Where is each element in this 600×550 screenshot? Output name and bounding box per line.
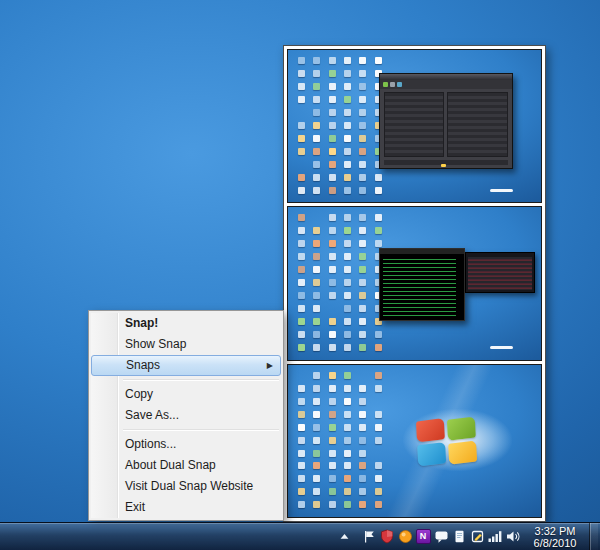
tray-onenote-icon[interactable]: N (414, 528, 432, 546)
desktop-icon (359, 488, 366, 495)
menu-item-visit-dual-snap-website[interactable]: Visit Dual Snap Website (91, 476, 281, 497)
logo-pane-green (446, 417, 474, 441)
tray-flag-icon[interactable] (360, 528, 378, 546)
desktop-icon (329, 292, 336, 299)
desktop-icon (344, 214, 351, 221)
tray-volume-icon[interactable] (504, 528, 522, 546)
taskbar[interactable]: N 3:32 PM 6/8/2010 (0, 522, 600, 550)
desktop-icon (375, 385, 382, 392)
tray-orange-app-icon[interactable] (396, 528, 414, 546)
desktop-icon (375, 462, 382, 469)
menu-item-show-snap[interactable]: Show Snap (91, 334, 281, 355)
menu-item-save-as[interactable]: Save As... (91, 405, 281, 426)
desktop-icon (298, 385, 305, 392)
show-desktop-button[interactable] (589, 523, 598, 550)
desktop-icon (298, 174, 305, 181)
desktop-icon (329, 488, 336, 495)
desktop-icon (313, 424, 320, 431)
window-accent-dot (441, 164, 446, 167)
menu-item-label: Snaps (126, 358, 160, 372)
tray-document-icon[interactable] (450, 528, 468, 546)
desktop-icon (344, 372, 351, 379)
desktop-icon (313, 122, 320, 129)
desktop-icon (329, 161, 336, 168)
desktop-icon (298, 488, 305, 495)
desktop-icon (313, 148, 320, 155)
desktop-icon (329, 57, 336, 64)
menu-item-copy[interactable]: Copy (91, 384, 281, 405)
desktop-icon (298, 148, 305, 155)
desktop-icon (359, 174, 366, 181)
desktop-icon (375, 437, 382, 444)
context-menu: Snap!Show SnapSnaps▶CopySave As...Option… (88, 310, 284, 521)
window-list-pane (384, 92, 444, 157)
desktop-icon (313, 385, 320, 392)
desktop-icon (329, 135, 336, 142)
side-panel-rows (468, 257, 532, 291)
desktop-icon (298, 253, 305, 260)
desktop-icon (329, 331, 336, 338)
desktop-icon (329, 424, 336, 431)
desktop-icon (344, 411, 351, 418)
desktop-icon (375, 501, 382, 508)
tray-shield-icon[interactable] (378, 528, 396, 546)
desktop-icon (344, 475, 351, 482)
desktop-icon (313, 57, 320, 64)
desktop-icon (359, 462, 366, 469)
desktop-icon (313, 411, 320, 418)
tray-chat-bubble-icon[interactable] (432, 528, 450, 546)
desktop-icon (329, 109, 336, 116)
desktop-icon (344, 148, 351, 155)
desktop-icon (344, 437, 351, 444)
desktop-icon (359, 411, 366, 418)
logo-pane-red (416, 419, 444, 443)
desktop-icon (359, 96, 366, 103)
snap-thumbnail-1[interactable] (287, 49, 542, 203)
terminal-text-lines (383, 256, 455, 315)
toolbar-dot-icon (383, 82, 388, 87)
menu-item-about-dual-snap[interactable]: About Dual Snap (91, 455, 281, 476)
tray-snip-pen-icon[interactable] (468, 528, 486, 546)
desktop-icon (313, 174, 320, 181)
tray-network-icon[interactable] (486, 528, 504, 546)
desktop-icon (313, 187, 320, 194)
clock-date: 6/8/2010 (526, 537, 584, 549)
desktop-icon (375, 344, 382, 351)
windows-logo-icon (416, 418, 476, 465)
desktop-icon (329, 450, 336, 457)
menu-item-label: Visit Dual Snap Website (125, 479, 253, 493)
desktop-icon (313, 318, 320, 325)
desktop-icon (344, 122, 351, 129)
menu-item-label: About Dual Snap (125, 458, 216, 472)
logo-pane-blue (417, 442, 445, 466)
desktop-icon (344, 450, 351, 457)
snap-thumbnail-3[interactable] (287, 364, 542, 518)
desktop-icon (359, 57, 366, 64)
menu-item-label: Copy (125, 387, 153, 401)
desktop-icon (298, 501, 305, 508)
hidden-icons-chevron-icon[interactable] (335, 528, 353, 546)
desktop-icon (313, 331, 320, 338)
desktop-icon (329, 279, 336, 286)
menu-item-exit[interactable]: Exit (91, 497, 281, 518)
menu-item-snap[interactable]: Snap! (91, 313, 281, 334)
window-titlebar (380, 249, 463, 254)
desktop-icon (359, 214, 366, 221)
desktop-icon (344, 279, 351, 286)
desktop-icon (375, 424, 382, 431)
desktop-icon (344, 240, 351, 247)
desktop-icon (313, 398, 320, 405)
menu-item-snaps[interactable]: Snaps▶ (91, 355, 281, 376)
desktop-icon (359, 161, 366, 168)
menu-separator (123, 379, 279, 381)
desktop-icon (359, 398, 366, 405)
menu-item-options[interactable]: Options... (91, 434, 281, 455)
taskbar-clock[interactable]: 3:32 PM 6/8/2010 (526, 525, 584, 549)
desktop-icon (298, 135, 305, 142)
desktop-icon (298, 96, 305, 103)
desktop-icon (344, 83, 351, 90)
desktop-icon (359, 148, 366, 155)
desktop-icon (359, 292, 366, 299)
desktop-icon (329, 214, 336, 221)
snap-thumbnail-2[interactable] (287, 206, 542, 360)
